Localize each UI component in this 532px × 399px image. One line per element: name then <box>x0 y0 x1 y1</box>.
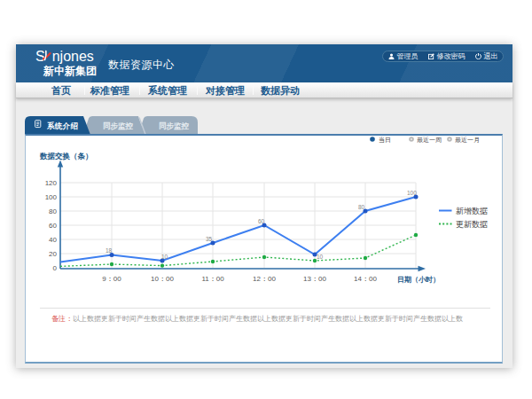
svg-text:9：00: 9：00 <box>102 275 121 283</box>
svg-text:10: 10 <box>161 254 168 260</box>
svg-text:同步监控: 同步监控 <box>103 121 134 130</box>
svg-text:同步监控: 同步监控 <box>159 121 190 130</box>
svg-text:10：00: 10：00 <box>151 275 174 283</box>
svg-text:新增数据: 新增数据 <box>456 207 488 215</box>
svg-text:100: 100 <box>45 193 58 201</box>
svg-text:80: 80 <box>358 204 365 210</box>
svg-text:日期（小时）: 日期（小时） <box>397 276 440 284</box>
svg-text:11：00: 11：00 <box>201 275 224 283</box>
svg-text:当日: 当日 <box>379 137 391 144</box>
svg-text:18: 18 <box>106 247 113 254</box>
svg-text:最近一月: 最近一月 <box>455 137 480 144</box>
svg-text:10: 10 <box>317 254 324 260</box>
svg-text:数据交换（条）: 数据交换（条） <box>39 152 93 160</box>
svg-text:0: 0 <box>53 264 58 272</box>
svg-text:12：00: 12：00 <box>253 275 276 283</box>
svg-text:14：00: 14：00 <box>354 275 377 283</box>
svg-text:60: 60 <box>49 222 57 230</box>
svg-text:最近一周: 最近一周 <box>417 137 442 143</box>
svg-text:120: 120 <box>45 179 58 187</box>
svg-text:13：00: 13：00 <box>303 275 326 283</box>
svg-text:40: 40 <box>49 236 57 244</box>
svg-text:60: 60 <box>258 218 265 224</box>
svg-text:80: 80 <box>49 207 57 215</box>
svg-text:更新数据: 更新数据 <box>456 220 488 229</box>
svg-text:系统介绍: 系统介绍 <box>46 121 78 130</box>
svg-text:100: 100 <box>407 190 417 196</box>
svg-text:20: 20 <box>49 250 57 258</box>
svg-text:35: 35 <box>206 236 213 242</box>
